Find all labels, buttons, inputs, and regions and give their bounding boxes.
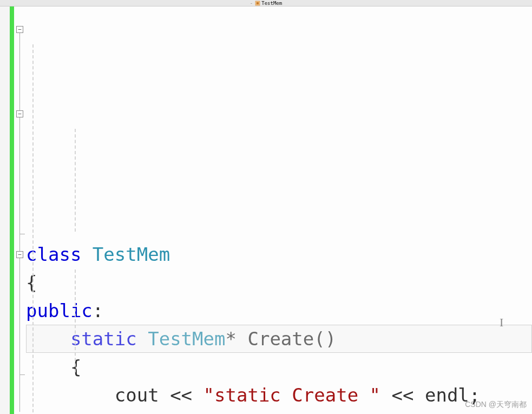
code-line[interactable]: { xyxy=(26,353,532,381)
token-punct: () xyxy=(314,325,336,353)
token-kw: new xyxy=(192,409,237,414)
token-kw: return xyxy=(115,409,192,414)
code-line[interactable]: class TestMem xyxy=(26,240,532,268)
navigation-bar: - TestMem xyxy=(0,0,532,6)
code-line[interactable]: public: xyxy=(26,297,532,325)
class-name-label: TestMem xyxy=(261,1,282,6)
token-str: "static Create " xyxy=(203,381,381,409)
token-type: TestMem xyxy=(93,240,170,268)
code-line[interactable]: { xyxy=(26,268,532,297)
indent-guide xyxy=(32,44,34,412)
token-ident: Create xyxy=(247,325,314,353)
token-op: * xyxy=(225,325,247,353)
editor-area: − − − class TestMem{public: static TestM… xyxy=(0,6,532,414)
code-line[interactable]: return new TestMem(); xyxy=(26,409,532,414)
class-icon xyxy=(255,1,260,6)
class-dropdown[interactable]: - TestMem xyxy=(248,1,284,6)
token-punct: { xyxy=(26,268,37,297)
token-ident: endl xyxy=(425,381,469,409)
indent-guide xyxy=(75,270,76,372)
fold-toggle-class[interactable]: − xyxy=(16,26,23,33)
fold-end xyxy=(19,374,25,375)
token-sp xyxy=(26,409,115,414)
token-type: TestMem xyxy=(237,409,314,414)
indicator-margin xyxy=(0,6,10,414)
text-cursor-icon: I xyxy=(500,308,503,337)
token-op: << xyxy=(380,381,425,409)
token-punct: { xyxy=(70,353,81,381)
code-line[interactable]: static TestMem* Create() xyxy=(26,325,532,353)
watermark: CSDN @天穹南都 xyxy=(465,400,527,410)
fold-line xyxy=(19,33,20,412)
token-sp xyxy=(26,381,115,409)
separator: - xyxy=(250,1,253,6)
fold-toggle-create[interactable]: − xyxy=(16,110,23,117)
token-punct: (); xyxy=(314,409,347,414)
token-punct: : xyxy=(93,297,103,325)
fold-toggle-drop[interactable]: − xyxy=(16,251,23,258)
token-op: << xyxy=(170,381,203,409)
token-ident: cout xyxy=(115,381,170,409)
fold-end xyxy=(19,234,25,234)
change-margin xyxy=(10,6,14,414)
code-line[interactable]: cout << "static Create " << endl; xyxy=(26,381,532,409)
token-kw: static xyxy=(70,325,148,353)
indent-guide xyxy=(75,129,76,232)
token-kw: class xyxy=(26,240,93,268)
svg-rect-1 xyxy=(257,2,259,4)
token-kw: public xyxy=(26,297,93,325)
token-type: TestMem xyxy=(148,325,225,353)
code-editor[interactable]: class TestMem{public: static TestMem* Cr… xyxy=(26,6,532,414)
outlining-margin[interactable]: − − − xyxy=(14,6,26,414)
